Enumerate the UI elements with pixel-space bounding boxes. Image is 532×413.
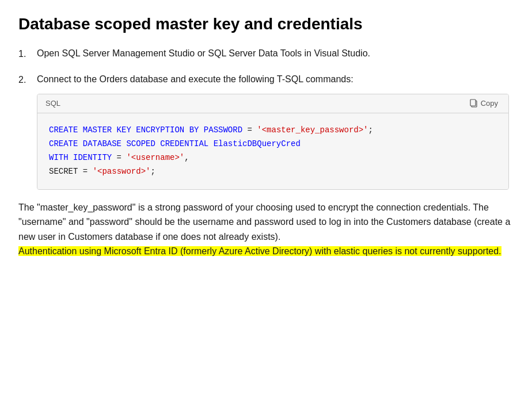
description-paragraph: The "master_key_password" is a strong pa… bbox=[18, 200, 514, 259]
description-normal-text: The "master_key_password" is a strong pa… bbox=[18, 202, 510, 242]
steps-list: Open SQL Server Management Studio or SQL… bbox=[18, 46, 514, 189]
description-highlighted: Authentication using Microsoft Entra ID … bbox=[18, 246, 501, 256]
kw-with-identity: WITH IDENTITY bbox=[49, 153, 112, 162]
code-line-1: CREATE MASTER KEY ENCRYPTION BY PASSWORD… bbox=[49, 124, 497, 137]
code-line-3: WITH IDENTITY = '<username>', bbox=[49, 151, 497, 165]
step-2-content: Connect to the Orders database and execu… bbox=[37, 72, 509, 190]
kw-username: '<username>' bbox=[126, 153, 184, 162]
code-line-2: CREATE DATABASE SCOPED CREDENTIAL Elasti… bbox=[49, 137, 497, 151]
copy-icon bbox=[470, 99, 478, 108]
code-content: CREATE MASTER KEY ENCRYPTION BY PASSWORD… bbox=[37, 113, 508, 189]
step-2: Connect to the Orders database and execu… bbox=[18, 72, 514, 190]
code-block-wrapper: SQL Copy CREATE MASTER KEY ENCRYPTION BY… bbox=[37, 94, 509, 190]
code-line-4: SECRET = '<password>'; bbox=[49, 165, 497, 179]
copy-label: Copy bbox=[481, 99, 498, 108]
kw-password: '<password>' bbox=[93, 167, 151, 176]
kw-master-pw: '<master_key_password>' bbox=[257, 125, 368, 135]
step-1-text: Open SQL Server Management Studio or SQL… bbox=[37, 46, 370, 61]
copy-button[interactable]: Copy bbox=[468, 98, 500, 109]
code-language-label: SQL bbox=[45, 98, 60, 110]
eq-sign-1: = bbox=[242, 125, 257, 135]
page-title: Database scoped master key and credentia… bbox=[18, 14, 514, 35]
kw-create-master: CREATE MASTER KEY ENCRYPTION BY PASSWORD bbox=[49, 125, 242, 135]
step-2-intro: Connect to the Orders database and execu… bbox=[37, 74, 354, 84]
code-block-header: SQL Copy bbox=[37, 94, 508, 114]
kw-create-db: CREATE DATABASE SCOPED CREDENTIAL Elasti… bbox=[49, 139, 301, 148]
step-1: Open SQL Server Management Studio or SQL… bbox=[18, 46, 514, 62]
svg-rect-1 bbox=[470, 100, 476, 106]
